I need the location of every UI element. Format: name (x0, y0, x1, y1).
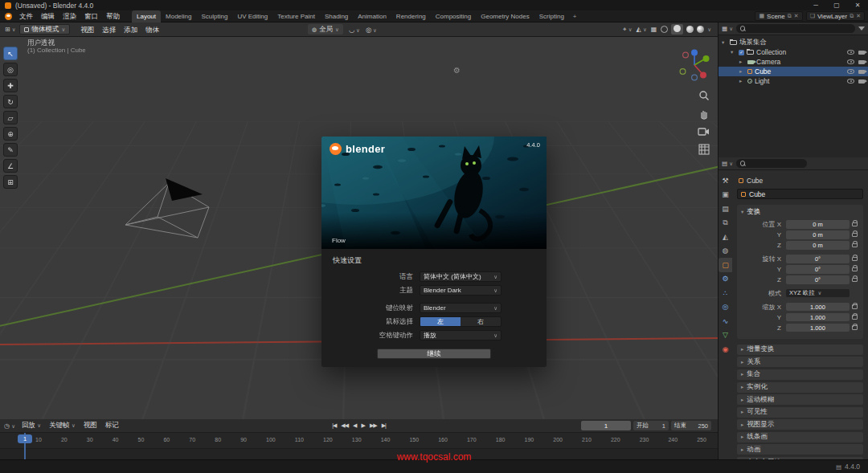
timeline-ruler[interactable]: 1020304050607080901001101201301401501601… (0, 433, 718, 449)
prev-keyframe-button[interactable]: ◀◀ (341, 422, 348, 429)
view-layer-tab[interactable]: ⧉ (719, 216, 732, 230)
property-section[interactable]: ▸视图显示 (737, 419, 863, 430)
transform-value-field[interactable]: 0° (786, 265, 850, 274)
toggle-grid-icon[interactable] (698, 144, 710, 155)
unlink-scene-icon[interactable]: ✕ (794, 13, 799, 19)
workspace-tab-layout[interactable]: Layout (132, 10, 161, 22)
y-axis-dot[interactable] (703, 55, 710, 62)
material-tab[interactable]: ◉ (719, 342, 732, 357)
physics-tab[interactable]: ◎ (719, 300, 732, 315)
snap-magnet-icon[interactable]: ◡ ∨ (349, 26, 360, 34)
overlays-icon[interactable]: ◭ ∨ (637, 26, 647, 33)
frame-start-field[interactable]: 开始 1 (633, 421, 669, 430)
workspace-tab-uv-editing[interactable]: UV Editing (232, 10, 272, 22)
mode-dropdown[interactable]: 物体模式 ∨ (19, 24, 70, 35)
workspace-tab-geometry-nodes[interactable]: Geometry Nodes (476, 10, 534, 22)
outliner-row-cube[interactable]: ▸Cube (719, 67, 868, 76)
continue-button[interactable]: 继续 (377, 349, 491, 359)
workspace-tab-animation[interactable]: Animation (353, 10, 391, 22)
property-section[interactable]: ▸集合 (737, 369, 863, 380)
object-tab[interactable]: ▢ (719, 258, 732, 272)
scale-tool[interactable]: ▱ (3, 111, 18, 124)
workspace-tab-shading[interactable]: Shading (320, 10, 353, 22)
add-cube-tool[interactable]: ⊞ (3, 175, 18, 189)
property-section[interactable]: ▸动画 (737, 444, 863, 455)
menubar-item[interactable]: 渲染 (59, 10, 80, 22)
property-section[interactable]: ▸实例化 (737, 382, 863, 393)
property-section[interactable]: ▸关系 (737, 357, 863, 367)
theme-dropdown[interactable]: Blender Dark∨ (420, 285, 502, 296)
rotate-tool[interactable]: ↻ (3, 95, 18, 108)
navigation-gizmo[interactable] (676, 47, 713, 84)
rendered-shading-icon[interactable] (697, 26, 704, 33)
viewport-menu-item[interactable]: 添加 (120, 23, 141, 36)
viewport-menu-item[interactable]: 选择 (98, 23, 120, 36)
workspace-tab-texture-paint[interactable]: Texture Paint (272, 10, 320, 22)
modifiers-tab[interactable]: ⚙ (719, 272, 732, 287)
rotation-mode-dropdown[interactable]: XYZ 欧拉∨ (786, 289, 850, 298)
lock-icon[interactable] (852, 222, 858, 227)
workspace-tab-scripting[interactable]: Scripting (534, 10, 569, 22)
workspace-tab-rendering[interactable]: Rendering (391, 10, 431, 22)
neg-z-axis-dot[interactable] (692, 75, 698, 80)
jump-to-start-button[interactable]: |◀ (332, 422, 336, 429)
add-workspace-button[interactable]: + (569, 10, 581, 22)
disclosure-toggle[interactable]: ▸ (739, 68, 745, 75)
workspace-tab-sculpting[interactable]: Sculpting (197, 10, 233, 22)
remove-view-layer-icon[interactable]: ✕ (856, 13, 861, 19)
transform-value-field[interactable]: 1.000 (786, 303, 850, 312)
new-scene-icon[interactable]: ⧉ (788, 13, 792, 19)
outliner-editor-type-dropdown[interactable]: ▦ ∨ (722, 25, 733, 32)
chevron-down-icon[interactable]: ▾ (741, 209, 743, 215)
playhead[interactable]: 1 (18, 434, 32, 443)
camera-view-icon[interactable] (698, 127, 710, 137)
move-tool[interactable]: ✚ (3, 79, 18, 92)
outliner-item-label[interactable]: Collection (756, 48, 845, 56)
play-reverse-button[interactable]: ◀ (353, 422, 356, 429)
tool-tab[interactable]: ⚒ (719, 173, 732, 188)
hide-in-viewport-icon[interactable] (847, 79, 854, 84)
annotate-tool[interactable]: ✎ (3, 143, 18, 157)
outliner-search-input[interactable] (736, 24, 855, 33)
constraints-tab[interactable]: ∿ (719, 314, 732, 328)
outliner-row-light[interactable]: ▸Light (719, 76, 868, 86)
hide-in-viewport-icon[interactable] (847, 50, 854, 55)
keymap-dropdown[interactable]: Blender∨ (420, 303, 502, 313)
menubar-item[interactable]: 窗口 (80, 10, 102, 22)
new-view-layer-icon[interactable]: ⧉ (850, 13, 854, 19)
scene-selector[interactable]: ▦ Scene ⧉ ✕ (755, 11, 802, 21)
property-section[interactable]: ▸运动模糊 (737, 394, 863, 405)
transform-value-field[interactable]: 1.000 (786, 313, 850, 322)
outliner-row-collection[interactable]: ▾✓Collection (719, 47, 868, 57)
render-tab[interactable]: ▣ (719, 188, 732, 202)
proportional-editing-icon[interactable]: ◎ ∨ (366, 26, 377, 34)
transform-value-field[interactable]: 0 m (786, 230, 850, 239)
output-tab[interactable]: ▤ (719, 202, 732, 216)
timeline-menu-item[interactable]: 标记 (101, 421, 123, 430)
hide-in-viewport-icon[interactable] (847, 69, 854, 74)
outliner-item-label[interactable]: Light (755, 77, 845, 85)
disable-in-renders-icon[interactable] (858, 51, 865, 55)
outliner-item-label[interactable]: 场景集合 (739, 38, 865, 47)
xray-toggle-icon[interactable]: ▦ (651, 26, 657, 33)
disable-in-renders-icon[interactable] (858, 60, 865, 64)
camera-object[interactable] (119, 175, 227, 247)
filter-icon[interactable] (858, 27, 865, 31)
measure-tool[interactable]: ∠ (3, 159, 18, 173)
disclosure-toggle[interactable]: ▾ (731, 49, 736, 55)
lock-icon[interactable] (852, 325, 858, 330)
outliner-item-label[interactable]: Camera (756, 58, 845, 66)
menubar-item[interactable]: 文件 (15, 10, 37, 22)
disclosure-toggle[interactable]: ▾ (722, 39, 727, 46)
timeline-editor-type-dropdown[interactable]: ◷ ∨ (4, 422, 15, 430)
next-keyframe-button[interactable]: ▶▶ (370, 422, 377, 429)
3d-viewport[interactable]: ⚙ 用户透视 (1) Collection | Cube ↖◎✚↻▱⊕✎∠⊞ (0, 37, 718, 419)
object-name-field[interactable]: Cube (737, 189, 863, 199)
select-mouse-toggle-option[interactable]: 右 (461, 317, 501, 326)
lock-icon[interactable] (852, 233, 858, 238)
hide-in-viewport-icon[interactable] (847, 59, 854, 64)
show-gizmo-icon[interactable]: ⌖ ∨ (623, 26, 633, 34)
lock-icon[interactable] (852, 315, 858, 320)
collection-checkbox[interactable]: ✓ (739, 50, 744, 55)
spacebar-action-dropdown[interactable]: 播放∨ (420, 330, 502, 340)
